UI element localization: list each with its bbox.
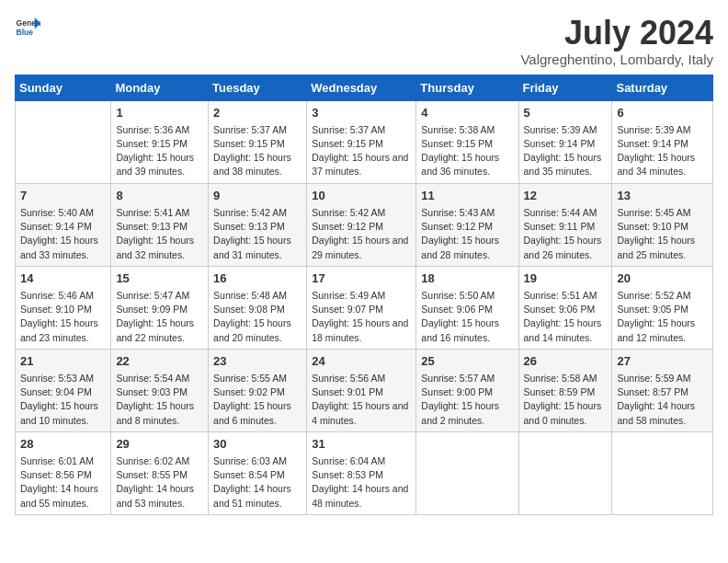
cell-content: Sunrise: 5:41 AMSunset: 9:13 PMDaylight:… — [116, 206, 203, 262]
cell-content: Sunrise: 5:50 AMSunset: 9:06 PMDaylight:… — [421, 289, 513, 345]
cell-content: Sunrise: 5:46 AMSunset: 9:10 PMDaylight:… — [20, 289, 106, 345]
day-number: 16 — [213, 270, 301, 287]
sunset-text: Sunset: 9:05 PM — [617, 303, 708, 316]
day-number: 4 — [421, 105, 513, 121]
calendar-cell: 22Sunrise: 5:54 AMSunset: 9:03 PMDayligh… — [111, 349, 209, 431]
cell-content: Sunrise: 5:51 AMSunset: 9:06 PMDaylight:… — [524, 289, 608, 345]
sunset-text: Sunset: 9:00 PM — [421, 385, 513, 399]
calendar-cell: 18Sunrise: 5:50 AMSunset: 9:06 PMDayligh… — [416, 266, 518, 349]
calendar-cell: 4Sunrise: 5:38 AMSunset: 9:15 PMDaylight… — [416, 100, 518, 183]
daylight-text: Daylight: 15 hours and 8 minutes. — [116, 399, 203, 427]
sunrise-text: Sunrise: 5:44 AM — [524, 206, 608, 220]
day-number: 8 — [116, 188, 203, 204]
daylight-text: Daylight: 14 hours and 48 minutes. — [312, 482, 411, 510]
calendar-subtitle: Valgreghentino, Lombardy, Italy — [520, 52, 713, 67]
cell-content: Sunrise: 5:44 AMSunset: 9:11 PMDaylight:… — [524, 206, 608, 262]
sunrise-text: Sunrise: 5:45 AM — [617, 206, 708, 220]
day-number: 11 — [421, 188, 513, 204]
sunrise-text: Sunrise: 5:50 AM — [421, 289, 513, 303]
calendar-cell: 24Sunrise: 5:56 AMSunset: 9:01 PMDayligh… — [307, 349, 416, 431]
sunrise-text: Sunrise: 5:54 AM — [116, 372, 203, 385]
weekday-header-saturday: Saturday — [612, 75, 713, 100]
calendar-header: SundayMondayTuesdayWednesdayThursdayFrid… — [16, 75, 713, 100]
daylight-text: Daylight: 15 hours and 32 minutes. — [116, 234, 203, 261]
day-number: 29 — [116, 436, 203, 453]
sunset-text: Sunset: 9:02 PM — [213, 385, 301, 399]
weekday-header-row: SundayMondayTuesdayWednesdayThursdayFrid… — [16, 75, 713, 100]
sunset-text: Sunset: 9:06 PM — [524, 303, 608, 316]
calendar-cell: 13Sunrise: 5:45 AMSunset: 9:10 PMDayligh… — [612, 183, 713, 266]
calendar-cell: 1Sunrise: 5:36 AMSunset: 9:15 PMDaylight… — [111, 100, 209, 183]
daylight-text: Daylight: 15 hours and 2 minutes. — [421, 399, 513, 427]
sunrise-text: Sunrise: 5:53 AM — [20, 372, 106, 385]
calendar-cell: 11Sunrise: 5:43 AMSunset: 9:12 PMDayligh… — [416, 183, 518, 266]
daylight-text: Daylight: 15 hours and 0 minutes. — [524, 399, 608, 427]
calendar-cell: 27Sunrise: 5:59 AMSunset: 8:57 PMDayligh… — [612, 349, 713, 431]
calendar-table: SundayMondayTuesdayWednesdayThursdayFrid… — [15, 75, 713, 515]
cell-content: Sunrise: 5:56 AMSunset: 9:01 PMDaylight:… — [312, 372, 411, 428]
sunset-text: Sunset: 9:12 PM — [312, 220, 411, 234]
sunset-text: Sunset: 8:56 PM — [20, 468, 106, 482]
day-number: 13 — [617, 188, 708, 204]
title-area: July 2024 Valgreghentino, Lombardy, Ital… — [520, 15, 713, 67]
daylight-text: Daylight: 14 hours and 53 minutes. — [116, 482, 203, 510]
calendar-cell: 17Sunrise: 5:49 AMSunset: 9:07 PMDayligh… — [307, 266, 416, 349]
calendar-cell — [16, 100, 111, 183]
cell-content: Sunrise: 5:40 AMSunset: 9:14 PMDaylight:… — [20, 206, 106, 262]
sunset-text: Sunset: 9:15 PM — [312, 137, 411, 151]
day-number: 12 — [524, 188, 608, 204]
sunset-text: Sunset: 9:12 PM — [421, 220, 513, 234]
sunrise-text: Sunrise: 5:42 AM — [213, 206, 301, 220]
day-number: 17 — [312, 270, 411, 287]
calendar-body: 1Sunrise: 5:36 AMSunset: 9:15 PMDaylight… — [16, 100, 713, 514]
sunset-text: Sunset: 8:57 PM — [617, 385, 708, 399]
calendar-cell: 30Sunrise: 6:03 AMSunset: 8:54 PMDayligh… — [209, 431, 307, 514]
daylight-text: Daylight: 14 hours and 55 minutes. — [20, 482, 106, 510]
daylight-text: Daylight: 15 hours and 38 minutes. — [213, 151, 301, 178]
calendar-cell: 19Sunrise: 5:51 AMSunset: 9:06 PMDayligh… — [518, 266, 612, 349]
cell-content: Sunrise: 6:04 AMSunset: 8:53 PMDaylight:… — [312, 454, 411, 511]
calendar-cell: 26Sunrise: 5:58 AMSunset: 8:59 PMDayligh… — [518, 349, 612, 431]
sunset-text: Sunset: 9:14 PM — [617, 137, 708, 151]
day-number: 28 — [20, 436, 106, 453]
cell-content: Sunrise: 5:37 AMSunset: 9:15 PMDaylight:… — [312, 123, 411, 179]
sunset-text: Sunset: 8:55 PM — [116, 468, 203, 482]
cell-content: Sunrise: 5:59 AMSunset: 8:57 PMDaylight:… — [617, 372, 708, 428]
cell-content: Sunrise: 6:01 AMSunset: 8:56 PMDaylight:… — [20, 454, 106, 511]
sunrise-text: Sunrise: 5:36 AM — [116, 123, 203, 137]
cell-content: Sunrise: 5:47 AMSunset: 9:09 PMDaylight:… — [116, 289, 203, 345]
cell-content: Sunrise: 5:58 AMSunset: 8:59 PMDaylight:… — [524, 372, 608, 428]
sunrise-text: Sunrise: 5:43 AM — [421, 206, 513, 220]
header: General Blue July 2024 Valgreghentino, L… — [15, 15, 713, 67]
sunset-text: Sunset: 9:03 PM — [116, 385, 203, 399]
calendar-cell: 3Sunrise: 5:37 AMSunset: 9:15 PMDaylight… — [307, 100, 416, 183]
sunrise-text: Sunrise: 5:59 AM — [617, 372, 708, 385]
sunrise-text: Sunrise: 5:51 AM — [524, 289, 608, 303]
calendar-cell: 5Sunrise: 5:39 AMSunset: 9:14 PMDaylight… — [518, 100, 612, 183]
weekday-header-monday: Monday — [111, 75, 209, 100]
cell-content: Sunrise: 5:53 AMSunset: 9:04 PMDaylight:… — [20, 372, 106, 428]
day-number: 30 — [213, 436, 301, 453]
day-number: 24 — [312, 353, 411, 370]
calendar-cell: 21Sunrise: 5:53 AMSunset: 9:04 PMDayligh… — [16, 349, 111, 431]
weekday-header-friday: Friday — [518, 75, 612, 100]
sunrise-text: Sunrise: 5:39 AM — [617, 123, 708, 137]
calendar-cell: 31Sunrise: 6:04 AMSunset: 8:53 PMDayligh… — [307, 431, 416, 514]
daylight-text: Daylight: 15 hours and 33 minutes. — [20, 234, 106, 261]
daylight-text: Daylight: 15 hours and 23 minutes. — [20, 316, 106, 344]
day-number: 14 — [20, 270, 106, 287]
day-number: 31 — [312, 436, 411, 453]
calendar-row: 14Sunrise: 5:46 AMSunset: 9:10 PMDayligh… — [16, 266, 713, 349]
weekday-header-sunday: Sunday — [16, 75, 111, 100]
cell-content: Sunrise: 5:39 AMSunset: 9:14 PMDaylight:… — [617, 123, 708, 179]
cell-content: Sunrise: 5:48 AMSunset: 9:08 PMDaylight:… — [213, 289, 301, 345]
sunset-text: Sunset: 8:59 PM — [524, 385, 608, 399]
calendar-row: 28Sunrise: 6:01 AMSunset: 8:56 PMDayligh… — [16, 431, 713, 514]
calendar-cell: 23Sunrise: 5:55 AMSunset: 9:02 PMDayligh… — [209, 349, 307, 431]
sunset-text: Sunset: 9:13 PM — [213, 220, 301, 234]
daylight-text: Daylight: 15 hours and 6 minutes. — [213, 399, 301, 427]
day-number: 18 — [421, 270, 513, 287]
cell-content: Sunrise: 5:38 AMSunset: 9:15 PMDaylight:… — [421, 123, 513, 179]
sunrise-text: Sunrise: 5:40 AM — [20, 206, 106, 220]
calendar-cell: 9Sunrise: 5:42 AMSunset: 9:13 PMDaylight… — [209, 183, 307, 266]
